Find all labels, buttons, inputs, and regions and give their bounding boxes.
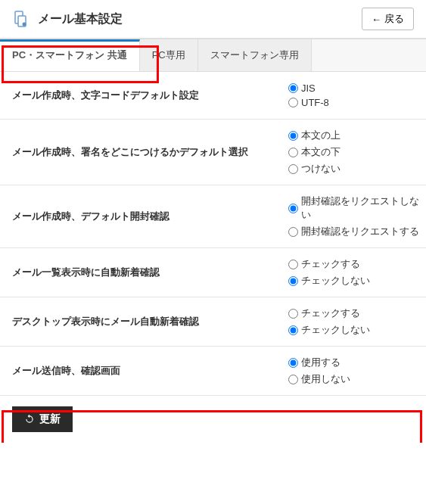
setting-label: メール一覧表示時に自動新着確認 — [0, 249, 282, 296]
option-charset-1[interactable]: UTF-8 — [288, 97, 420, 108]
radio-input[interactable] — [288, 131, 298, 141]
tab-pc[interactable]: PC専用 — [140, 39, 198, 71]
setting-row-list-auto-check: メール一覧表示時に自動新着確認チェックするチェックしない — [0, 248, 426, 297]
option-label: 開封確認をリクエストする — [301, 225, 419, 238]
setting-row-send-confirm: メール送信時、確認画面使用する使用しない — [0, 347, 426, 396]
option-signature-position-1[interactable]: 本文の下 — [288, 145, 420, 159]
option-signature-position-0[interactable]: 本文の上 — [288, 129, 420, 142]
option-read-receipt-1[interactable]: 開封確認をリクエストする — [288, 225, 420, 238]
option-list-auto-check-1[interactable]: チェックしない — [288, 274, 420, 288]
option-list-auto-check-0[interactable]: チェックする — [288, 257, 420, 271]
setting-options: チェックするチェックしない — [282, 248, 426, 297]
back-button[interactable]: ←戻る — [362, 8, 414, 30]
radio-input[interactable] — [288, 325, 298, 335]
setting-label: メール作成時、デフォルト開封確認 — [0, 193, 282, 240]
option-label: チェックする — [301, 257, 360, 271]
radio-input[interactable] — [288, 375, 298, 384]
option-label: JIS — [301, 82, 316, 94]
option-label: チェックしない — [301, 274, 370, 288]
setting-options: 開封確認をリクエストしない開封確認をリクエストする — [282, 185, 426, 247]
setting-label: デスクトップ表示時にメール自動新着確認 — [0, 298, 282, 345]
option-label: 開封確認をリクエストしない — [301, 194, 420, 222]
option-label: つけない — [301, 162, 340, 176]
setting-label: メール作成時、文字コードデフォルト設定 — [0, 72, 282, 119]
option-label: チェックする — [301, 306, 360, 320]
page-title: メール基本設定 — [38, 11, 354, 27]
radio-input[interactable] — [288, 260, 298, 269]
radio-input[interactable] — [288, 309, 298, 319]
radio-input[interactable] — [288, 164, 298, 174]
refresh-icon — [24, 414, 35, 425]
radio-input[interactable] — [288, 83, 298, 93]
option-charset-0[interactable]: JIS — [288, 82, 420, 94]
setting-options: JISUTF-8 — [282, 73, 426, 117]
radio-input[interactable] — [288, 148, 298, 157]
setting-row-signature-position: メール作成時、署名をどこにつけるかデフォルト選択本文の上本文の下つけない — [0, 120, 426, 185]
setting-label: メール作成時、署名をどこにつけるかデフォルト選択 — [0, 129, 282, 176]
setting-options: 本文の上本文の下つけない — [282, 120, 426, 185]
tab-common[interactable]: PC・スマートフォン 共通 — [0, 39, 140, 71]
back-arrow-icon: ← — [372, 14, 381, 25]
setting-row-read-receipt: メール作成時、デフォルト開封確認開封確認をリクエストしない開封確認をリクエストす… — [0, 185, 426, 248]
tab-sp[interactable]: スマートフォン専用 — [198, 39, 312, 71]
back-label: 戻る — [384, 12, 404, 26]
option-send-confirm-1[interactable]: 使用しない — [288, 372, 420, 386]
update-button[interactable]: 更新 — [12, 406, 73, 432]
option-send-confirm-0[interactable]: 使用する — [288, 356, 420, 369]
setting-label: メール送信時、確認画面 — [0, 347, 282, 394]
radio-input[interactable] — [288, 276, 298, 286]
setting-options: 使用する使用しない — [282, 347, 426, 395]
setting-row-charset: メール作成時、文字コードデフォルト設定JISUTF-8 — [0, 72, 426, 120]
option-desktop-auto-check-1[interactable]: チェックしない — [288, 323, 420, 337]
radio-input[interactable] — [288, 227, 298, 237]
option-signature-position-2[interactable]: つけない — [288, 162, 420, 176]
option-label: チェックしない — [301, 323, 370, 337]
option-label: 使用する — [301, 356, 340, 369]
option-label: UTF-8 — [301, 97, 329, 108]
svg-point-2 — [23, 23, 26, 26]
radio-input[interactable] — [288, 204, 298, 213]
option-read-receipt-0[interactable]: 開封確認をリクエストしない — [288, 194, 420, 222]
setting-row-desktop-auto-check: デスクトップ表示時にメール自動新着確認チェックするチェックしない — [0, 297, 426, 347]
option-label: 本文の上 — [301, 129, 340, 142]
page-icon — [12, 10, 30, 28]
tab-bar: PC・スマートフォン 共通PC専用スマートフォン専用 — [0, 39, 426, 72]
update-label: 更新 — [39, 412, 61, 426]
option-label: 使用しない — [301, 372, 350, 386]
setting-options: チェックするチェックしない — [282, 297, 426, 346]
option-desktop-auto-check-0[interactable]: チェックする — [288, 306, 420, 320]
radio-input[interactable] — [288, 358, 298, 368]
option-label: 本文の下 — [301, 145, 340, 159]
radio-input[interactable] — [288, 98, 298, 107]
